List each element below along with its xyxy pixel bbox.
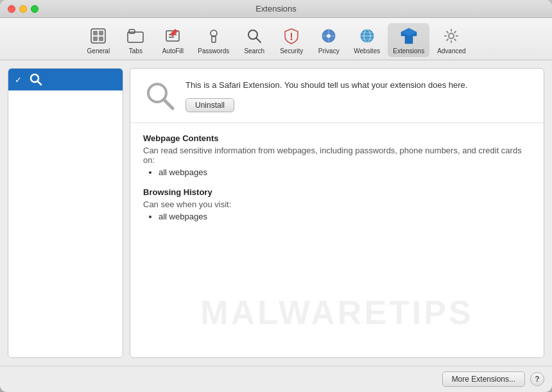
general-icon [88,26,108,46]
permission-list-item: all webpages [159,212,531,221]
extensions-icon [399,26,419,46]
extension-description: This is a Safari Extension. You should t… [185,79,531,92]
toolbar-item-autofill[interactable]: AutoFill [155,23,190,57]
svg-line-35 [164,99,173,108]
permission-list-item: all webpages [159,167,531,177]
svg-line-13 [257,38,261,43]
toolbar-item-search[interactable]: Search [237,23,272,57]
toolbar-item-privacy[interactable]: Privacy [311,23,346,57]
security-icon [281,26,302,46]
svg-rect-1 [93,31,98,35]
tabs-icon [125,26,146,46]
toolbar-label-privacy: Privacy [318,47,340,55]
advanced-icon [441,26,461,46]
autofill-icon [162,26,183,46]
privacy-icon [318,26,339,46]
permission-title-history: Browsing History [143,187,531,197]
toolbar-item-passwords[interactable]: Passwords [193,23,234,57]
toolbar-label-websites: Websites [354,47,380,55]
toolbar-item-extensions[interactable]: Extensions [388,23,429,57]
toolbar-label-advanced: Advanced [437,47,465,55]
toolbar-label-extensions: Extensions [393,47,424,55]
toolbar-item-tabs[interactable]: Tabs [118,23,153,57]
toolbar-label-security: Security [280,47,303,55]
toolbar-items: General Tabs [81,23,470,57]
more-extensions-button[interactable]: More Extensions... [442,371,525,387]
toolbar-label-autofill: AutoFill [162,47,184,55]
svg-line-31 [447,39,449,41]
toolbar-item-general[interactable]: General [81,23,116,57]
extensions-sidebar: ✓ [8,68,123,358]
svg-line-28 [447,31,449,33]
extension-item-icon [29,72,43,87]
extension-large-icon [143,79,177,112]
watermark: MALWARETIPS [200,293,473,332]
permission-title-webpage: Webpage Contents [143,133,531,143]
permission-list-history: all webpages [143,212,531,221]
window-title: Extensions [255,4,297,13]
svg-rect-4 [99,37,103,41]
titlebar: Extensions [0,0,552,18]
svg-line-33 [38,81,42,85]
toolbar-label-general: General [87,47,110,55]
extension-info: This is a Safari Extension. You should t… [185,79,531,112]
svg-line-30 [454,31,456,33]
traffic-lights [8,5,39,13]
toolbar-item-security[interactable]: Security [274,23,309,57]
svg-rect-3 [93,37,98,41]
search-toolbar-icon [244,26,264,46]
passwords-icon [203,26,224,46]
extension-body: MALWARETIPS Webpage Contents Can read se… [130,123,544,357]
svg-line-29 [454,39,456,41]
svg-rect-2 [99,31,103,35]
help-button[interactable]: ? [530,372,544,386]
toolbar-item-websites[interactable]: Websites [349,23,385,57]
safari-preferences-window: Extensions General [0,0,552,392]
close-button[interactable] [8,5,15,13]
content-area: ✓ This is a [0,60,552,366]
bottom-bar: More Extensions... ? [0,366,552,392]
toolbar: General Tabs [0,18,552,60]
extension-detail-panel: This is a Safari Extension. You should t… [130,68,544,358]
extension-check: ✓ [15,75,24,85]
toolbar-item-advanced[interactable]: Advanced [432,23,470,57]
svg-point-15 [291,38,293,40]
permission-section-history: Browsing History Can see when you visit:… [143,187,531,221]
permission-list-webpage: all webpages [143,167,531,177]
websites-icon [357,26,377,46]
permission-section-webpage: Webpage Contents Can read sensitive info… [143,133,531,177]
extension-list-item[interactable]: ✓ [8,69,123,90]
toolbar-label-tabs: Tabs [129,47,142,55]
svg-rect-6 [129,30,135,33]
svg-point-23 [449,33,454,38]
maximize-button[interactable] [31,5,39,13]
extension-header: This is a Safari Extension. You should t… [130,69,544,123]
uninstall-button[interactable]: Uninstall [185,98,234,112]
toolbar-label-search: Search [244,47,264,55]
permission-desc-webpage: Can read sensitive information from webp… [143,146,531,165]
minimize-button[interactable] [19,5,27,13]
toolbar-label-passwords: Passwords [198,47,229,55]
permission-desc-history: Can see when you visit: [143,200,531,209]
